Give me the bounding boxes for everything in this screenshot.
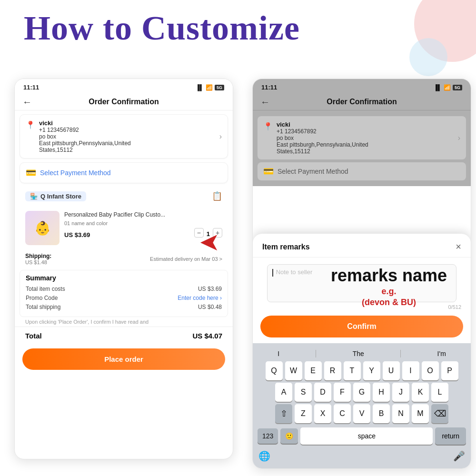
address-pin-right: 📍 <box>263 122 273 131</box>
total-bar-left: Total US $4.07 <box>15 327 233 345</box>
kb-key-Q[interactable]: Q <box>266 361 283 380</box>
status-time-right: 11:11 <box>261 84 277 91</box>
product-row-left: 👶 Personalized Baby Pacifier Clip Custo.… <box>20 207 228 249</box>
kb-suggestion-1[interactable]: The <box>353 350 364 357</box>
kb-bottom-row: 123 🙂 space return <box>255 426 469 448</box>
kb-key-S[interactable]: S <box>295 383 312 402</box>
app-header-right: ← Order Confirmation <box>253 94 471 110</box>
shipping-row-left: Shipping: US $1.48 Estimated delivery on… <box>20 251 228 267</box>
status-icons-left: ▐▌ 📶 5G <box>196 84 224 91</box>
address-row-right: 📍 vicki +1 1234567892 po box East pittsb… <box>263 121 460 155</box>
address-row-left: 📍 vicki +1 1234567892 po box East pittsb… <box>26 119 222 153</box>
text-cursor <box>272 269 273 277</box>
status-time-left: 11:11 <box>23 84 39 91</box>
summary-row-1[interactable]: Promo Code Enter code here › <box>26 295 222 301</box>
summary-value-0: US $3.69 <box>198 286 222 292</box>
total-label-left: Total <box>25 332 42 340</box>
kb-key-E[interactable]: E <box>305 361 322 380</box>
shipping-delivery-left: Estimated delivery on Mar 03 > <box>150 256 222 262</box>
place-order-button[interactable]: Place order <box>22 348 225 370</box>
page-title: How to Customize <box>24 9 300 48</box>
address-name-right: vicki <box>277 121 454 128</box>
payment-row-right[interactable]: 💳 Select Payment Method <box>258 162 466 180</box>
kb-row-0: Q W E R T Y U I O P <box>255 361 469 380</box>
remarks-header: Item remarks × <box>253 234 471 258</box>
remarks-annotation-overlay: remarks name e.g. (devon & BU) <box>325 267 453 308</box>
kb-return-key[interactable]: return <box>435 427 466 445</box>
store-icon-left: 🏪 <box>30 193 38 200</box>
kb-key-W[interactable]: W <box>285 361 302 380</box>
kb-key-Z[interactable]: Z <box>295 404 312 423</box>
kb-key-F[interactable]: F <box>334 383 351 402</box>
kb-globe-key[interactable]: 🌐 <box>258 450 270 462</box>
back-arrow-left[interactable]: ← <box>22 97 32 108</box>
kb-extra-row: 🌐 🎤 <box>255 448 469 466</box>
address-line3-left: States,15112 <box>39 147 216 153</box>
kb-key-P[interactable]: P <box>441 361 458 380</box>
kb-key-U[interactable]: U <box>383 361 400 380</box>
dark-bg-area: 📍 vicki +1 1234567892 po box East pittsb… <box>253 110 471 186</box>
kb-key-D[interactable]: D <box>314 383 331 402</box>
kb-key-G[interactable]: G <box>353 383 370 402</box>
remarks-close-button[interactable]: × <box>456 241 461 252</box>
kb-key-T[interactable]: T <box>344 361 361 380</box>
kb-shift-key[interactable]: ⇧ <box>275 404 292 423</box>
remarks-title: Item remarks <box>262 243 310 251</box>
kb-divider-0 <box>316 350 316 357</box>
kb-key-N[interactable]: N <box>392 404 409 423</box>
kb-key-J[interactable]: J <box>392 383 409 402</box>
kb-key-K[interactable]: K <box>412 383 429 402</box>
kb-mic-key[interactable]: 🎤 <box>453 450 465 462</box>
note-icon-left[interactable]: 📋 <box>212 191 222 201</box>
kb-key-Y[interactable]: Y <box>363 361 380 380</box>
payment-label-right: Select Payment Method <box>278 168 348 175</box>
kb-key-R[interactable]: R <box>324 361 341 380</box>
address-line3-right: States,15112 <box>277 148 454 155</box>
product-title-left: Personalized Baby Pacifier Clip Custo... <box>64 211 222 219</box>
payment-row-left[interactable]: 💳 Select Payment Method <box>20 162 228 183</box>
remarks-textarea[interactable]: Note to seller remarks name e.g. (devon … <box>267 264 456 302</box>
battery-icon-right: 5G <box>453 85 462 90</box>
address-card-right[interactable]: 📍 vicki +1 1234567892 po box East pittsb… <box>258 116 466 159</box>
total-amount-left: US $4.07 <box>192 332 222 340</box>
address-card-left[interactable]: 📍 vicki +1 1234567892 po box East pittsb… <box>20 114 228 159</box>
red-arrow: ➤ <box>199 228 220 256</box>
payment-icon-right: 💳 <box>263 166 274 177</box>
kb-suggestion-2[interactable]: I'm <box>437 350 446 357</box>
header-title-right: Order Confirmation <box>327 98 397 106</box>
right-phone: 11:11 ▐▌ 📶 5G ← Order Confirmation 📍 vic… <box>252 79 471 469</box>
address-name-left: vicki <box>39 119 216 127</box>
kb-key-L[interactable]: L <box>431 383 448 402</box>
left-phone: 11:11 ▐▌ 📶 5G ← Order Confirmation 📍 vic… <box>14 79 233 459</box>
remarks-name-text: remarks name <box>325 267 453 284</box>
payment-icon-left: 💳 <box>26 168 36 178</box>
back-arrow-right[interactable]: ← <box>260 97 270 108</box>
payment-label-left: Select Payment Method <box>40 169 111 177</box>
kb-backspace-key[interactable]: ⌫ <box>431 404 448 423</box>
kb-key-V[interactable]: V <box>353 404 370 423</box>
summary-value-1: Enter code here › <box>178 295 222 301</box>
address-phone-right: +1 1234567892 <box>277 128 454 135</box>
remarks-counter: 0/512 <box>262 304 461 310</box>
kb-key-M[interactable]: M <box>412 404 429 423</box>
kb-123-key[interactable]: 123 <box>258 428 278 444</box>
kb-key-C[interactable]: C <box>334 404 351 423</box>
summary-value-2: US $0.48 <box>198 304 222 310</box>
header-title-left: Order Confirmation <box>89 98 159 106</box>
kb-suggestion-0[interactable]: I <box>278 350 279 357</box>
kb-key-B[interactable]: B <box>373 404 390 423</box>
kb-emoji-key[interactable]: 🙂 <box>280 428 298 444</box>
address-chevron-right: › <box>458 134 460 142</box>
kb-key-A[interactable]: A <box>275 383 292 402</box>
product-price-left: US $3.69 <box>64 231 90 238</box>
kb-key-H[interactable]: H <box>373 383 390 402</box>
confirm-button[interactable]: Confirm <box>260 316 463 337</box>
keyboard: I The I'm Q W E R T Y U I O P A <box>253 343 471 468</box>
disclaimer-left: Upon clicking 'Place Order', I confirm I… <box>25 319 222 325</box>
kb-key-I[interactable]: I <box>402 361 419 380</box>
kb-key-O[interactable]: O <box>422 361 439 380</box>
status-icons-right: ▐▌ 📶 5G <box>434 84 462 91</box>
kb-key-X[interactable]: X <box>314 404 331 423</box>
store-badge-left: 🏪 Q Infant Store <box>25 191 86 201</box>
kb-space-key[interactable]: space <box>300 427 433 445</box>
